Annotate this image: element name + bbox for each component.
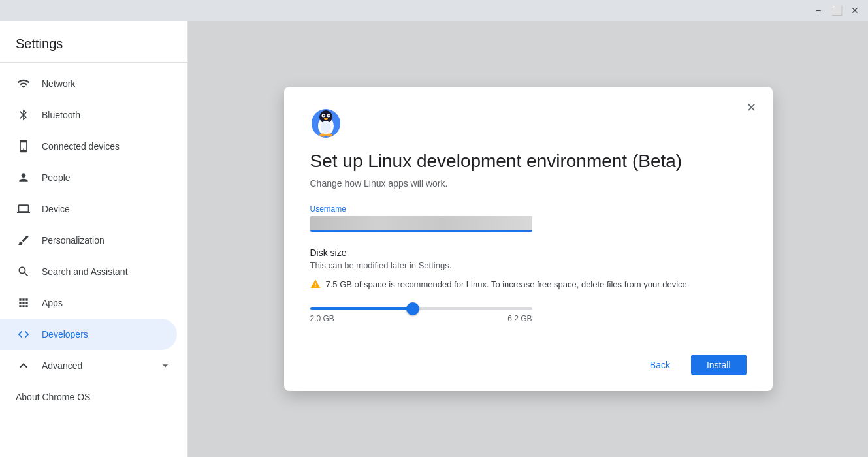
disk-section: Disk size This can be modified later in … — [310, 247, 747, 324]
titlebar: − ⬜ ✕ — [0, 0, 868, 21]
sidebar-title: Settings — [0, 31, 187, 62]
code-icon — [16, 326, 31, 342]
sidebar-divider — [0, 62, 187, 63]
sidebar-label-network: Network — [42, 78, 75, 89]
slider-min-label: 2.0 GB — [310, 314, 334, 323]
sidebar-item-developers[interactable]: Developers — [0, 319, 177, 350]
brush-icon — [16, 232, 31, 248]
disk-size-slider[interactable] — [310, 307, 532, 310]
maximize-button[interactable]: ⬜ — [829, 3, 844, 18]
minimize-button[interactable]: − — [811, 3, 826, 18]
sidebar-label-developers: Developers — [42, 329, 88, 339]
wifi-icon — [16, 76, 31, 91]
username-label: Username — [310, 204, 747, 213]
sidebar-label-personalization: Personalization — [42, 235, 104, 245]
svg-point-5 — [323, 114, 324, 116]
person-icon — [16, 170, 31, 185]
bluetooth-icon — [16, 107, 31, 123]
slider-max-label: 6.2 GB — [507, 314, 532, 323]
devices-icon — [16, 138, 31, 154]
chevron-down-icon — [159, 359, 172, 372]
sidebar-item-apps[interactable]: Apps — [0, 287, 177, 319]
svg-point-7 — [324, 118, 328, 120]
dialog-close-button[interactable]: ✕ — [741, 97, 762, 118]
back-button[interactable]: Back — [637, 355, 683, 375]
disk-size-title: Disk size — [310, 247, 747, 258]
sidebar-item-people[interactable]: People — [0, 162, 177, 193]
warning-icon — [310, 278, 321, 289]
install-button[interactable]: Install — [691, 355, 747, 375]
sidebar-item-network[interactable]: Network — [0, 68, 177, 99]
linux-setup-dialog: ✕ — [284, 87, 773, 392]
username-input[interactable] — [310, 216, 532, 232]
main-content: ✕ — [188, 21, 868, 457]
sidebar-label-about: About Chrome OS — [16, 392, 90, 402]
dialog-footer: Back Install — [310, 339, 747, 375]
sidebar-item-about[interactable]: About Chrome OS — [0, 381, 187, 413]
sidebar-label-connected-devices: Connected devices — [42, 141, 120, 151]
sidebar-item-search-assistant[interactable]: Search and Assistant — [0, 256, 177, 287]
sidebar-label-search-assistant: Search and Assistant — [42, 266, 128, 277]
username-section: Username — [310, 204, 747, 232]
sidebar-label-advanced: Advanced — [42, 360, 82, 371]
sidebar-label-bluetooth: Bluetooth — [42, 110, 80, 120]
sidebar-label-device: Device — [42, 204, 70, 214]
disk-warning: 7.5 GB of space is recommended for Linux… — [310, 278, 747, 291]
svg-point-8 — [321, 121, 331, 134]
apps-icon — [16, 295, 31, 311]
app-container: Settings Network Bluetooth — [0, 21, 868, 457]
sidebar-label-apps: Apps — [42, 298, 63, 308]
dialog-subtitle: Change how Linux apps will work. — [310, 178, 747, 189]
sidebar-item-personalization[interactable]: Personalization — [0, 225, 177, 256]
sidebar-item-advanced[interactable]: Advanced — [0, 350, 187, 381]
sidebar-item-bluetooth[interactable]: Bluetooth — [0, 99, 177, 131]
sidebar-item-device[interactable]: Device — [0, 193, 177, 225]
search-icon — [16, 264, 31, 279]
penguin-icon — [310, 108, 342, 139]
sidebar-item-connected-devices[interactable]: Connected devices — [0, 131, 177, 162]
advanced-icon — [16, 358, 31, 373]
window-close-button[interactable]: ✕ — [847, 3, 863, 18]
svg-point-9 — [319, 133, 326, 136]
sidebar-label-people: People — [42, 172, 71, 183]
warning-text: 7.5 GB of space is recommended for Linux… — [326, 278, 690, 291]
dialog-title: Set up Linux development environment (Be… — [310, 150, 747, 173]
laptop-icon — [16, 201, 31, 217]
svg-point-6 — [328, 114, 329, 116]
sidebar: Settings Network Bluetooth — [0, 21, 188, 457]
disk-size-subtitle: This can be modified later in Settings. — [310, 260, 747, 270]
svg-point-10 — [326, 133, 332, 136]
slider-range: 2.0 GB 6.2 GB — [310, 314, 532, 323]
slider-container: 2.0 GB 6.2 GB — [310, 301, 532, 323]
